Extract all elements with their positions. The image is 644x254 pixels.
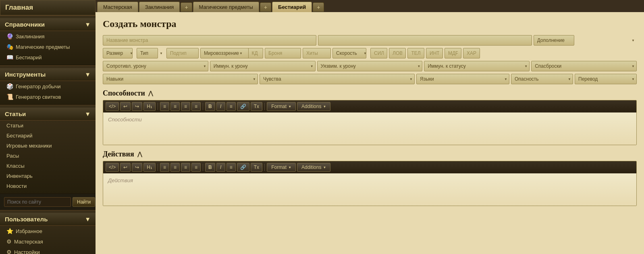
dopolnenie-select-wrapper[interactable]: Дополнение: [534, 35, 637, 46]
immune-dmg-select[interactable]: Иммун. к урону: [210, 61, 316, 71]
sidebar-item-game-mechanics[interactable]: Игровые механики: [0, 141, 96, 151]
abilities-additions-dropdown[interactable]: Additions: [297, 102, 330, 111]
subtype-input[interactable]: [166, 48, 199, 58]
dopolnenie-select[interactable]: Дополнение: [534, 35, 574, 46]
sidebar-item-zaklinaniya[interactable]: 🔮 Заклинания: [0, 31, 96, 42]
monster-name-input[interactable]: [103, 35, 316, 46]
actions-align-left-btn[interactable]: ≡: [160, 163, 169, 172]
abilities-italic-btn[interactable]: I: [216, 102, 225, 111]
search-input[interactable]: [4, 197, 71, 207]
sidebar-item-settings[interactable]: ⚙ Настройки: [0, 247, 96, 254]
abilities-h1-btn[interactable]: H₁: [143, 102, 156, 111]
saving-select[interactable]: Спасброски: [531, 61, 637, 71]
immune-dmg-wrapper[interactable]: Иммун. к урону: [210, 61, 316, 71]
actions-redo-btn[interactable]: ↪: [132, 163, 142, 172]
tab-add-1[interactable]: +: [181, 2, 192, 12]
resist-select[interactable]: Сопротивл. урону: [103, 61, 208, 71]
abilities-align-left-btn[interactable]: ≡: [160, 102, 169, 111]
size-wrapper[interactable]: Размер: [103, 48, 135, 58]
bronya-input[interactable]: [265, 48, 301, 58]
actions-format-dropdown[interactable]: Format: [267, 163, 296, 172]
tel-input[interactable]: [407, 48, 424, 58]
actions-collapse-icon[interactable]: ⋀: [137, 151, 142, 158]
tab-add-2[interactable]: +: [260, 2, 271, 12]
translate-wrapper[interactable]: Перевод: [575, 74, 637, 84]
sidebar-item-workshop[interactable]: ⚙ Мастерская: [0, 236, 96, 247]
skills-select[interactable]: Навыки: [103, 74, 258, 84]
worldview-select[interactable]: Мировоззрение: [200, 48, 249, 58]
sidebar-item-inventory[interactable]: Инвентарь: [0, 171, 96, 181]
actions-bold-btn[interactable]: B: [205, 163, 215, 172]
type-wrapper[interactable]: Тип: [137, 48, 165, 58]
actions-clear-btn[interactable]: Tx: [251, 163, 262, 172]
abilities-clear-btn[interactable]: Tx: [251, 102, 262, 111]
size-select[interactable]: Размер: [103, 48, 133, 58]
type-select[interactable]: Тип: [137, 48, 158, 58]
hits-input[interactable]: [303, 48, 331, 58]
translate-select[interactable]: Перевод: [575, 74, 637, 84]
speed-wrapper[interactable]: Скорость: [332, 48, 369, 58]
actions-align-right-btn[interactable]: ≡: [181, 163, 190, 172]
tab-bestiary[interactable]: Бестиарий: [272, 2, 312, 12]
actions-align-center-btn[interactable]: ≡: [170, 163, 180, 172]
sidebar-item-bestiary[interactable]: 📖 Бестиарий: [0, 52, 96, 62]
abilities-justify-btn[interactable]: ≡: [191, 102, 201, 111]
sil-input[interactable]: [370, 48, 387, 58]
tab-masterskaya[interactable]: Мастерская: [97, 2, 138, 12]
tab-magic-items[interactable]: Магические предметы: [193, 2, 259, 12]
immune-status-wrapper[interactable]: Иммун. к статусу: [424, 61, 530, 71]
kd-input[interactable]: [246, 48, 263, 58]
sidebar-item-scroll-gen[interactable]: 📜 Генератор свитков: [0, 92, 96, 102]
abilities-undo-btn[interactable]: ↩: [120, 102, 131, 111]
abilities-align-center-btn[interactable]: ≡: [170, 102, 180, 111]
beast-title-input[interactable]: Beast title: [318, 35, 532, 46]
danger-select[interactable]: Опасность: [511, 74, 573, 84]
actions-code-btn[interactable]: </>: [106, 163, 119, 172]
int-input[interactable]: [426, 48, 443, 58]
xar-input[interactable]: [463, 48, 480, 58]
senses-wrapper[interactable]: Чувства: [260, 74, 415, 84]
actions-undo-btn[interactable]: ↩: [120, 163, 131, 172]
sidebar-item-magic-items[interactable]: 🎭 Магические предметы: [0, 42, 96, 52]
abilities-format-dropdown[interactable]: Format: [267, 102, 296, 111]
abilities-editor-body[interactable]: Способности: [103, 112, 636, 145]
abilities-collapse-icon[interactable]: ⋀: [148, 90, 153, 97]
search-button[interactable]: Найти: [73, 197, 95, 207]
sidebar-item-loot-gen[interactable]: 🎲 Генератор добычи: [0, 81, 96, 92]
sidebar-item-articles[interactable]: Статьи: [0, 121, 96, 131]
sidebar-section-header-instrumenty[interactable]: Инструменты ▼: [0, 68, 96, 81]
saving-wrapper[interactable]: Спасброски: [531, 61, 637, 71]
lov-input[interactable]: [389, 48, 406, 58]
langs-select[interactable]: Языки: [416, 74, 509, 84]
worldview-wrapper[interactable]: Мировоззрение: [200, 48, 245, 58]
resist-wrapper[interactable]: Сопротивл. урону: [103, 61, 208, 71]
abilities-redo-btn[interactable]: ↪: [132, 102, 142, 111]
abilities-code-btn[interactable]: </>: [106, 102, 119, 111]
speed-select[interactable]: Скорость: [332, 48, 366, 58]
sidebar-main-button[interactable]: Главная: [0, 0, 96, 15]
actions-link-btn[interactable]: 🔗: [237, 163, 249, 172]
danger-wrapper[interactable]: Опасность: [511, 74, 573, 84]
tab-zaklinaniya[interactable]: Заклинания: [139, 2, 180, 12]
vuln-select[interactable]: Уязвим. к урону: [317, 61, 423, 71]
abilities-list-btn[interactable]: ≡: [226, 102, 236, 111]
immune-status-select[interactable]: Иммун. к статусу: [424, 61, 530, 71]
sidebar-item-news[interactable]: Новости: [0, 181, 96, 191]
sidebar-section-header-stati[interactable]: Статьи ▼: [0, 108, 96, 121]
actions-h1-btn[interactable]: H₁: [143, 163, 156, 172]
vuln-wrapper[interactable]: Уязвим. к урону: [317, 61, 423, 71]
actions-additions-dropdown[interactable]: Additions: [297, 163, 330, 172]
langs-wrapper[interactable]: Языки: [416, 74, 509, 84]
sidebar-item-races[interactable]: Расы: [0, 151, 96, 161]
abilities-bold-btn[interactable]: B: [205, 102, 215, 111]
tab-add-3[interactable]: +: [313, 2, 324, 12]
sidebar-section-header-user[interactable]: Пользователь ▼: [0, 213, 96, 226]
sidebar-item-classes[interactable]: Классы: [0, 161, 96, 171]
abilities-link-btn[interactable]: 🔗: [237, 102, 249, 111]
actions-italic-btn[interactable]: I: [216, 163, 225, 172]
actions-list-btn[interactable]: ≡: [226, 163, 236, 172]
actions-justify-btn[interactable]: ≡: [191, 163, 201, 172]
senses-select[interactable]: Чувства: [260, 74, 415, 84]
mdr-input[interactable]: [445, 48, 461, 58]
abilities-align-right-btn[interactable]: ≡: [181, 102, 190, 111]
